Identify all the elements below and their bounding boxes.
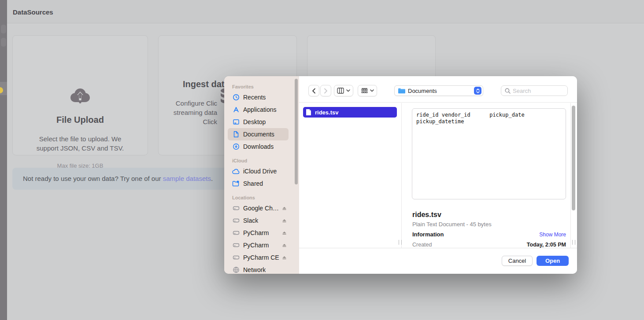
finder-toolbar: Documents: [299, 76, 577, 103]
sidebar-section-label: Locations: [232, 195, 299, 200]
file-name: rides.tsv: [315, 109, 338, 116]
sidebar-item-applications[interactable]: Applications: [228, 103, 289, 116]
page-title: DataSources: [13, 8, 53, 16]
column-divider[interactable]: [570, 103, 571, 248]
cancel-button[interactable]: Cancel: [502, 256, 533, 266]
sidebar-item-recents[interactable]: Recents: [228, 91, 289, 103]
sidebar-item-pycharm-2[interactable]: PyCharm: [228, 239, 289, 251]
sidebar-item-label: Downloads: [243, 143, 274, 150]
disk-icon: [232, 229, 240, 237]
sidebar-item-label: Documents: [243, 131, 274, 138]
page-header: DataSources: [7, 0, 644, 23]
cloud-upload-icon: [70, 88, 90, 104]
download-icon: [232, 143, 240, 151]
open-button[interactable]: Open: [537, 256, 569, 266]
eject-icon[interactable]: [282, 243, 287, 248]
eject-icon[interactable]: [282, 255, 287, 260]
globe-icon: [232, 266, 240, 274]
sidebar-item-desktop[interactable]: Desktop: [228, 116, 289, 128]
column-resize-handle[interactable]: [399, 240, 402, 245]
preview-kind: Plain Text Document - 45 bytes: [412, 221, 566, 228]
sample-datasets-link[interactable]: sample datasets: [163, 175, 211, 182]
eject-icon[interactable]: [282, 218, 287, 223]
sidebar-item-label: Applications: [243, 106, 277, 113]
chevron-down-icon: [370, 89, 374, 92]
column-resize-handle[interactable]: [572, 240, 575, 245]
information-row: Information Show More: [412, 231, 566, 238]
file-preview: ride_id vendor_id pickup_date pickup_dat…: [412, 108, 566, 199]
file-open-dialog: Favorites Recents Applications Desktop D…: [224, 76, 577, 274]
collapsed-app-rail: [0, 0, 7, 320]
sidebar-item-pycharm[interactable]: PyCharm: [228, 227, 289, 239]
applications-icon: [232, 106, 240, 114]
card-title: File Upload: [13, 115, 148, 125]
location-dropdown[interactable]: Documents: [394, 85, 483, 96]
sidebar-item-documents[interactable]: Documents: [228, 128, 289, 140]
disk-icon: [232, 205, 240, 212]
rail-item[interactable]: [1, 38, 6, 47]
location-label: Documents: [408, 88, 474, 94]
desktop-icon: [232, 118, 240, 126]
rail-item[interactable]: [1, 25, 6, 33]
created-label: Created: [412, 242, 432, 248]
sidebar-item-label: Shared: [243, 180, 263, 187]
created-row: Created Today, 2:05 PM: [412, 242, 566, 248]
sidebar-item-label: PyCharm CE: [243, 254, 279, 261]
sidebar-item-shared[interactable]: Shared: [228, 177, 289, 190]
sidebar-item-label: PyCharm: [243, 229, 269, 236]
document-icon: [232, 131, 240, 138]
finder-sidebar: Favorites Recents Applications Desktop D…: [224, 76, 299, 274]
disk-icon: [232, 242, 240, 249]
folder-icon: [398, 88, 405, 94]
created-value: Today, 2:05 PM: [527, 242, 566, 248]
cloud-icon: [232, 168, 240, 175]
search-field[interactable]: [501, 85, 568, 96]
grid-icon: [361, 88, 368, 94]
sidebar-item-icloud-drive[interactable]: iCloud Drive: [228, 165, 289, 177]
card-description: Select the file to upload. We support JS…: [13, 134, 148, 153]
clock-icon: [232, 94, 240, 101]
column-view-button[interactable]: [334, 85, 353, 96]
sidebar-item-slack[interactable]: Slack: [228, 214, 289, 227]
sidebar-item-label: Slack: [243, 217, 258, 224]
sidebar-item-label: PyCharm: [243, 242, 269, 249]
shared-folder-icon: [232, 180, 240, 188]
sidebar-section-label: iCloud: [232, 158, 299, 163]
search-input[interactable]: [513, 88, 564, 94]
file-upload-card[interactable]: File Upload Select the file to upload. W…: [12, 35, 148, 155]
forward-button[interactable]: [320, 85, 331, 96]
finder-content: Documents rides.tsv ride_id vendor_id pi…: [299, 76, 577, 274]
eject-icon[interactable]: [282, 206, 287, 211]
sidebar-item-network[interactable]: Network: [228, 264, 289, 274]
footer-divider: [299, 248, 577, 248]
information-label: Information: [412, 231, 444, 238]
sidebar-scrollbar[interactable]: [295, 79, 298, 184]
chevron-down-icon: [346, 89, 350, 92]
show-more-link[interactable]: Show More: [539, 232, 566, 238]
search-icon: [505, 88, 511, 94]
sidebar-item-label: Google Ch…: [243, 205, 279, 212]
preview-line: pickup_datetime: [416, 118, 562, 125]
sidebar-item-label: iCloud Drive: [243, 168, 277, 175]
sidebar-item-downloads[interactable]: Downloads: [228, 140, 289, 153]
sidebar-item-label: Recents: [243, 94, 266, 101]
sidebar-item-label: Network: [243, 266, 266, 273]
group-view-button[interactable]: [358, 85, 377, 96]
column-divider[interactable]: [401, 103, 402, 248]
chevron-right-icon: [324, 88, 328, 94]
card-description: Configure Clic streaming data Click: [174, 99, 217, 126]
back-button[interactable]: [308, 85, 319, 96]
sidebar-item-google-drive[interactable]: Google Ch…: [228, 202, 289, 214]
disk-icon: [232, 217, 240, 224]
file-icon: [306, 109, 311, 116]
columns-icon: [337, 88, 344, 94]
preview-line: ride_id vendor_id pickup_date: [416, 112, 562, 118]
eject-icon[interactable]: [282, 231, 287, 235]
file-row-rides-tsv[interactable]: rides.tsv: [303, 107, 397, 118]
sidebar-item-label: Desktop: [243, 118, 266, 125]
preview-scrollbar[interactable]: [572, 106, 575, 210]
sidebar-section-label: Favorites: [232, 84, 299, 89]
disk-icon: [232, 254, 240, 261]
sidebar-item-pycharm-ce[interactable]: PyCharm CE: [228, 251, 289, 264]
stepper-icon: [474, 87, 481, 95]
